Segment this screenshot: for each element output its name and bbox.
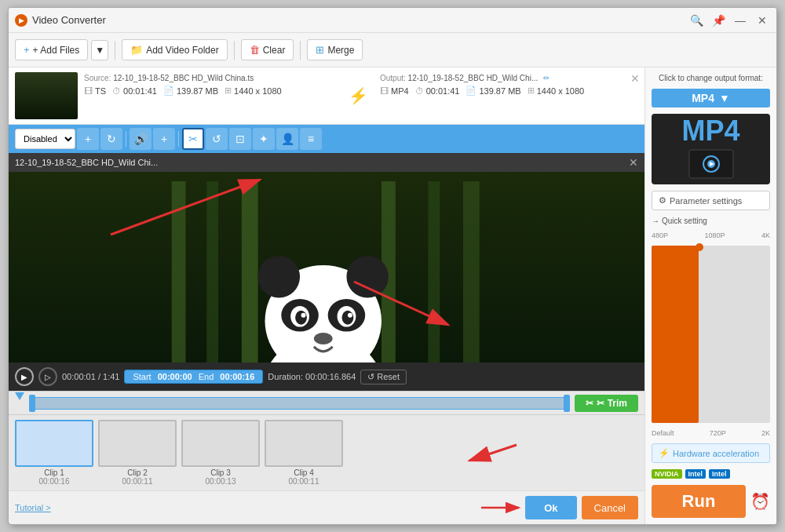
audio-btn[interactable]: 🔊 xyxy=(130,128,152,150)
rotate-btn[interactable]: ↺ xyxy=(206,128,228,150)
playback-controls: ▶ ▷ 00:00:01 / 1:41 Start 00:00:00 End 0… xyxy=(9,363,644,391)
svg-rect-1 xyxy=(206,181,218,363)
output-size: 📄 139.87 MB xyxy=(466,86,520,96)
format-thumb-image xyxy=(681,148,739,182)
reset-icon: ↺ xyxy=(367,372,374,382)
toolbar-divider-3 xyxy=(300,41,301,60)
clip-2-thumb xyxy=(98,420,177,467)
trim-label: ✂ Trim xyxy=(597,398,627,409)
end-label: End xyxy=(199,372,214,381)
source-duration-value: 00:01:41 xyxy=(123,86,157,96)
video-player-modal: 12-10_19-18-52_BBC HD_Wild Chi... ✕ xyxy=(9,153,644,524)
step-button[interactable]: ▷ xyxy=(38,367,57,386)
format-selector[interactable]: MP4 ▼ xyxy=(652,89,770,107)
param-settings-icon: ⚙ xyxy=(659,195,666,206)
app-window: ▶ Video Converter 🔍 📌 — ✕ + + Add Files … xyxy=(8,7,777,525)
toolbar-divider-1 xyxy=(115,41,115,60)
clear-button[interactable]: 🗑 Clear xyxy=(241,39,294,60)
svg-point-15 xyxy=(342,311,354,325)
clip-item[interactable]: Clip 3 00:00:13 xyxy=(181,420,260,486)
file-icon: 📄 xyxy=(163,86,174,96)
pin-btn[interactable]: 📌 xyxy=(710,13,726,28)
svg-line-27 xyxy=(469,445,517,461)
quality-labels: Default 720P 2K xyxy=(652,429,770,437)
subtitle-btn[interactable]: ≡ xyxy=(300,128,322,150)
folder-icon: 📁 xyxy=(130,44,143,56)
search-btn[interactable]: 🔍 xyxy=(688,13,704,28)
crop-btn[interactable]: ⊡ xyxy=(229,128,251,150)
video-modal-close[interactable]: ✕ xyxy=(629,156,638,169)
close-btn[interactable]: ✕ xyxy=(754,13,770,28)
clip-4-label: Clip 4 xyxy=(294,468,314,477)
clip-3-duration: 00:00:13 xyxy=(206,477,236,486)
edit-output-icon[interactable]: ✏ xyxy=(543,74,550,82)
reset-label: Reset xyxy=(377,372,400,381)
hw-label: Hardware acceleration xyxy=(673,449,759,458)
trim-icon: ✂ xyxy=(586,398,593,409)
app-icon: ▶ xyxy=(15,14,27,27)
add-files-label: + Add Files xyxy=(33,45,80,56)
trim-range: Start 00:00:00 End 00:00:16 xyxy=(124,370,263,384)
timeline-handle-left[interactable] xyxy=(29,395,35,412)
alarm-icon: ⏰ xyxy=(750,492,770,511)
tutorial-link[interactable]: Tutorial > xyxy=(15,503,51,512)
quality-slider-track[interactable] xyxy=(652,246,770,423)
clock-icon: ⏱ xyxy=(112,86,121,96)
svg-point-16 xyxy=(301,313,306,318)
dropdown-btn[interactable]: ▼ xyxy=(91,40,108,60)
svg-rect-4 xyxy=(429,181,440,363)
svg-rect-0 xyxy=(172,181,186,363)
clip-item[interactable]: Clip 2 00:00:11 xyxy=(98,420,177,486)
current-time: 00:00:01 / 1:41 xyxy=(62,372,119,381)
duration-label: Duration: xyxy=(268,372,303,381)
source-res: ⊞ 1440 x 1080 xyxy=(225,86,282,96)
add-files-button[interactable]: + + Add Files xyxy=(15,39,88,60)
clip-item[interactable]: Clip 4 00:00:11 xyxy=(265,420,343,486)
output-prefix: Output: xyxy=(380,74,408,82)
reset-button[interactable]: ↺ Reset xyxy=(360,370,407,384)
output-label: Output: 12-10_19-18-52_BBC HD_Wild Chi..… xyxy=(380,74,632,82)
apply-effect-btn[interactable]: ↻ xyxy=(100,128,122,150)
file-info-close[interactable]: ✕ xyxy=(630,72,640,85)
output-res-value: 1440 x 1080 xyxy=(537,86,585,96)
title-bar: ▶ Video Converter 🔍 📌 — ✕ xyxy=(9,8,776,33)
merge-icon: ⊞ xyxy=(316,44,324,56)
timeline-track[interactable] xyxy=(29,397,570,410)
source-info: Source: 12-10_19-18-52_BBC HD_Wild China… xyxy=(78,72,342,119)
hardware-acceleration-button[interactable]: ⚡ Hardware acceleration xyxy=(652,443,770,463)
svg-point-8 xyxy=(258,256,300,297)
clip-1-thumb xyxy=(15,420,93,467)
timeline-marker-left xyxy=(15,392,24,414)
intel-badge: Intel xyxy=(685,469,706,479)
add-effect-btn[interactable]: + xyxy=(77,128,99,150)
svg-point-18 xyxy=(314,333,333,344)
slider-thumb[interactable] xyxy=(696,243,703,251)
add-audio-btn[interactable]: + xyxy=(153,128,175,150)
add-video-folder-button[interactable]: 📁 Add Video Folder xyxy=(122,39,228,60)
clip-3-label: Clip 3 xyxy=(210,468,231,477)
quality-4k: 4K xyxy=(761,231,770,239)
profile-btn[interactable]: 👤 xyxy=(276,128,298,150)
parameter-settings-button[interactable]: ⚙ Parameter settings xyxy=(652,191,770,210)
source-filename-text: 12-10_19-18-52_BBC HD_Wild China.ts xyxy=(113,74,254,82)
arrow-icon: → xyxy=(652,217,659,225)
trim-button[interactable]: ✂ ✂ Trim xyxy=(575,395,638,412)
source-prefix: Source: xyxy=(84,74,113,82)
clip-item[interactable]: Clip 1 00:00:16 xyxy=(15,420,93,486)
run-button[interactable]: Run xyxy=(652,485,746,518)
cut-btn[interactable]: ✂ xyxy=(182,128,204,150)
param-settings-label: Parameter settings xyxy=(670,196,742,206)
minimize-btn[interactable]: — xyxy=(732,13,748,28)
hw-icon: ⚡ xyxy=(659,448,670,458)
output-format: 🎞 MP4 xyxy=(380,86,409,96)
effect-preset-select[interactable]: Disabled xyxy=(15,129,75,149)
ok-button[interactable]: Ok xyxy=(525,496,576,519)
timeline-handle-right[interactable] xyxy=(564,395,570,412)
merge-button[interactable]: ⊞ Merge xyxy=(307,39,363,60)
enhance-btn[interactable]: ✦ xyxy=(253,128,275,150)
play-button[interactable]: ▶ xyxy=(15,367,34,386)
arrow-divider: ⚡ xyxy=(342,72,374,119)
source-size: 📄 139.87 MB xyxy=(163,86,218,96)
format-name: MP4 xyxy=(692,92,714,104)
cancel-button[interactable]: Cancel xyxy=(582,496,638,519)
